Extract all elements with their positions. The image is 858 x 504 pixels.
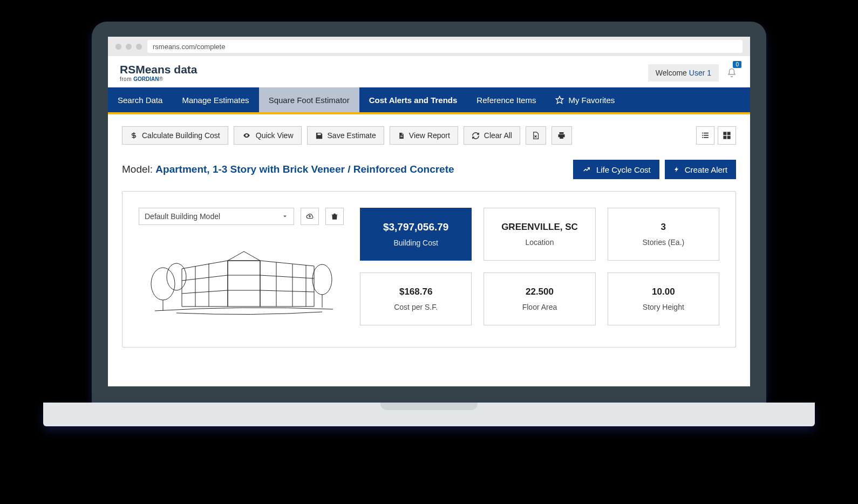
view-report-button[interactable]: View Report <box>390 126 458 145</box>
minimize-dot-icon[interactable] <box>126 44 132 50</box>
svg-rect-10 <box>723 132 726 135</box>
nav-my-favorites[interactable]: My Favorites <box>546 87 624 112</box>
maximize-dot-icon[interactable] <box>136 44 142 50</box>
svg-rect-13 <box>727 136 731 139</box>
url-bar[interactable]: rsmeans.com/complete <box>147 40 743 53</box>
svg-rect-4 <box>702 133 703 134</box>
story-height-value: 10.00 <box>652 287 675 297</box>
svg-rect-9 <box>704 137 709 138</box>
building-cost-value: $3,797,056.79 <box>383 221 449 233</box>
card-story-height[interactable]: 10.00 Story Height <box>608 273 719 325</box>
svg-rect-6 <box>702 135 703 136</box>
eye-icon <box>242 132 251 139</box>
card-floor-area[interactable]: 22.500 Floor Area <box>484 273 595 325</box>
nav-reference-items[interactable]: Reference Items <box>467 87 546 112</box>
floor-area-value: 22.500 <box>526 287 554 297</box>
svg-marker-24 <box>228 251 260 261</box>
stories-value: 3 <box>661 222 666 233</box>
window-controls[interactable] <box>115 44 142 50</box>
nav-square-foot-estimator[interactable]: Square Foot Estimator <box>259 87 359 112</box>
username[interactable]: User 1 <box>689 69 711 77</box>
refresh-icon <box>472 132 480 140</box>
cloud-upload-icon <box>305 213 315 220</box>
svg-marker-0 <box>556 96 563 103</box>
building-sketch <box>139 234 344 325</box>
svg-point-14 <box>151 268 175 300</box>
notification-count: 0 <box>733 61 741 68</box>
model-title: Model: Apartment, 1-3 Story with Brick V… <box>122 164 454 175</box>
svg-marker-19 <box>182 261 228 307</box>
logo: RSMeans data from GORDIAN® <box>120 64 198 82</box>
card-stories[interactable]: 3 Stories (Ea.) <box>608 208 719 261</box>
svg-point-15 <box>167 263 186 290</box>
svg-point-1 <box>246 135 247 136</box>
url-text: rsmeans.com/complete <box>153 43 225 51</box>
print-icon <box>557 131 566 140</box>
svg-rect-8 <box>702 137 703 138</box>
summary-cards: $3,797,056.79 Building Cost GREENVILLE, … <box>360 208 719 325</box>
browser-window: rsmeans.com/complete RSMeans data from G… <box>108 37 750 386</box>
laptop-notch <box>380 403 478 410</box>
file-x-icon <box>532 131 540 140</box>
building-model-select[interactable]: Default Building Model <box>139 208 294 225</box>
document-icon <box>398 132 405 140</box>
nav-manage-estimates[interactable]: Manage Estimates <box>172 87 258 112</box>
calculate-button[interactable]: Calculate Building Cost <box>122 126 228 145</box>
svg-line-21 <box>182 290 228 294</box>
clear-all-button[interactable]: Clear All <box>464 126 520 145</box>
card-building-cost: $3,797,056.79 Building Cost <box>360 208 472 261</box>
content-area: Calculate Building Cost Quick View Save … <box>108 114 750 359</box>
print-button[interactable] <box>551 126 572 145</box>
model-name[interactable]: Apartment, 1-3 Story with Brick Veneer /… <box>155 164 454 175</box>
location-value: GREENVILLE, SC <box>501 222 578 233</box>
export-excel-button[interactable] <box>526 126 546 145</box>
svg-rect-12 <box>723 136 726 139</box>
svg-line-20 <box>182 275 228 281</box>
svg-rect-2 <box>400 135 403 136</box>
save-estimate-button[interactable]: Save Estimate <box>307 126 384 145</box>
list-view-button[interactable] <box>696 126 714 145</box>
card-cost-per-sf: $168.76 Cost per S.F. <box>360 273 472 325</box>
svg-rect-5 <box>704 133 709 134</box>
chevron-down-icon <box>282 213 288 220</box>
notifications-button[interactable]: 0 <box>725 66 738 79</box>
toolbar: Calculate Building Cost Quick View Save … <box>122 126 736 145</box>
welcome-box: Welcome User 1 <box>648 64 719 81</box>
grid-view-button[interactable] <box>718 126 736 145</box>
cloud-upload-button[interactable] <box>301 208 319 225</box>
cost-per-sf-value: $168.76 <box>399 287 432 297</box>
logo-main: RSMeans data <box>120 64 198 75</box>
dollar-icon <box>130 132 138 139</box>
card-location[interactable]: GREENVILLE, SC Location <box>484 208 595 261</box>
close-dot-icon[interactable] <box>115 44 121 50</box>
trash-icon <box>331 212 338 221</box>
nav-search-data[interactable]: Search Data <box>108 87 172 112</box>
quick-view-button[interactable]: Quick View <box>234 126 302 145</box>
trend-icon <box>582 166 591 173</box>
svg-rect-11 <box>727 132 731 135</box>
delete-button[interactable] <box>325 208 344 225</box>
star-icon <box>555 96 564 104</box>
logo-sub: from GORDIAN® <box>120 76 198 82</box>
nav-cost-alerts[interactable]: Cost Alerts and Trends <box>359 87 467 112</box>
model-title-row: Model: Apartment, 1-3 Story with Brick V… <box>122 160 736 179</box>
list-icon <box>700 132 710 139</box>
svg-rect-3 <box>400 137 403 137</box>
app-header: RSMeans data from GORDIAN® Welcome User … <box>108 56 750 87</box>
create-alert-button[interactable]: Create Alert <box>665 160 736 179</box>
bolt-icon <box>673 165 680 174</box>
save-icon <box>315 132 323 140</box>
life-cycle-cost-button[interactable]: Life Cycle Cost <box>573 160 659 179</box>
estimate-panel: Default Building Model <box>122 191 736 348</box>
svg-rect-25 <box>228 261 260 307</box>
svg-rect-7 <box>704 135 709 136</box>
bell-icon <box>727 68 737 78</box>
browser-chrome: rsmeans.com/complete <box>108 37 750 56</box>
svg-point-17 <box>312 264 332 295</box>
main-nav: Search Data Manage Estimates Square Foot… <box>108 87 750 114</box>
laptop-base <box>43 403 815 426</box>
grid-icon <box>723 131 731 140</box>
